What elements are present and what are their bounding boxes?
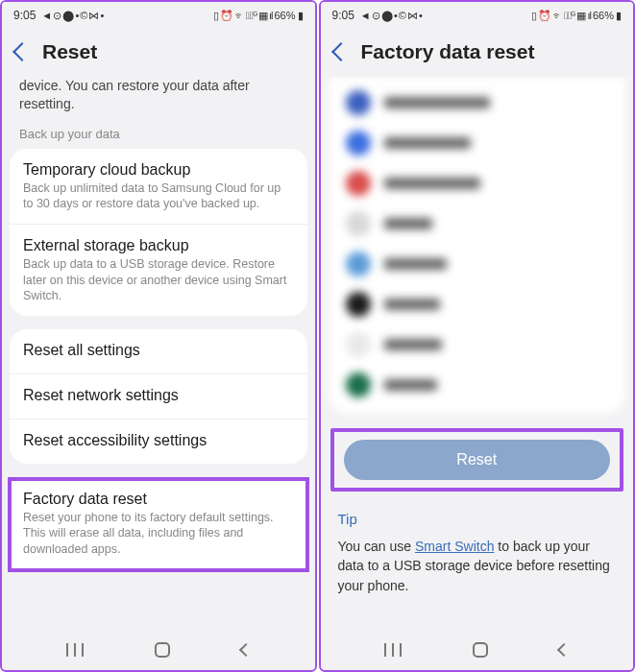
tip-text: You can use Smart Switch to back up your… [338,537,617,595]
item-reset-all-settings[interactable]: Reset all settings [10,329,307,374]
status-time: 9:05 [332,9,354,22]
status-notification-icons: ◄ ⊙ ⬤ • © ⋈ • [360,10,422,22]
app-row [329,123,626,163]
app-row [329,204,626,244]
reset-options-card: Reset all settings Reset network setting… [10,329,307,464]
page-title: Factory data reset [361,40,535,63]
item-title: Temporary cloud backup [23,161,294,179]
phone-right-factory-reset: 9:05 ◄ ⊙ ⬤ • © ⋈ • ▯ ⏰ ᯤ ⁴ͫᴳ ▦ ıl 66% ▮ … [319,0,636,672]
status-bar: 9:05 ◄ ⊙ ⬤ • © ⋈ • ▯ ⏰ ᯤ ⁴ͫᴳ ▦ ıl 66% ▮ [321,2,634,29]
item-reset-network-settings[interactable]: Reset network settings [10,374,307,420]
smart-switch-link[interactable]: Smart Switch [415,539,494,554]
item-external-backup[interactable]: External storage backup Back up data to … [10,225,307,316]
nav-home-icon[interactable] [473,642,488,658]
back-icon[interactable] [331,42,351,61]
app-icon [346,90,371,115]
nav-home-icon[interactable] [155,642,170,658]
app-row [329,244,626,284]
app-list-blurred [329,77,626,413]
item-title: Factory data reset [23,491,294,508]
tip-text-pre: You can use [338,539,415,554]
app-name-blurred [384,339,442,350]
reset-button-highlight: Reset [330,428,624,492]
reset-button[interactable]: Reset [344,440,611,480]
app-icon [346,332,371,357]
tip-section: Tip You can use Smart Switch to back up … [321,492,634,595]
app-icon [346,211,371,236]
item-title: Reset all settings [23,342,294,359]
nav-recents-icon[interactable] [66,643,84,657]
app-name-blurred [384,97,490,108]
item-factory-data-reset[interactable]: Factory data reset Reset your phone to i… [8,477,309,572]
item-title: External storage backup [23,237,294,254]
battery-icon: ▮ [298,10,304,22]
status-system-icons: ▯ ⏰ ᯤ ⁴ͫᴳ ▦ ıl [531,10,591,22]
item-desc: Back up unlimited data to Samsung Cloud … [23,180,294,212]
item-desc: Back up data to a USB storage device. Re… [23,256,294,303]
app-icon [346,292,371,317]
app-name-blurred [384,258,447,270]
nav-bar [321,630,634,670]
tip-label: Tip [338,511,617,527]
item-desc: Reset your phone to its factory default … [23,510,294,557]
battery-percent: 66% [593,10,614,21]
app-name-blurred [384,299,440,310]
app-row [329,163,626,204]
app-name-blurred [384,379,437,391]
status-time: 9:05 [13,9,36,22]
app-name-blurred [384,178,480,189]
battery-percent: 66% [274,10,295,21]
app-row [329,365,626,405]
status-bar: 9:05 ◄ ⊙ ⬤ • © ⋈ • ▯ ⏰ ᯤ ⁴ͫᴳ ▦ ıl 66% ▮ [2,2,315,29]
page-header: Factory data reset [321,29,634,77]
app-icon [346,372,371,397]
item-temp-cloud-backup[interactable]: Temporary cloud backup Back up unlimited… [10,149,307,226]
phone-left-reset-settings: 9:05 ◄ ⊙ ⬤ • © ⋈ • ▯ ⏰ ᯤ ⁴ͫᴳ ▦ ıl 66% ▮ … [0,0,317,672]
backup-card: Temporary cloud backup Back up unlimited… [10,149,307,316]
page-title: Reset [42,40,97,63]
status-notification-icons: ◄ ⊙ ⬤ • © ⋈ • [41,10,103,22]
app-icon [346,131,371,156]
app-icon [346,252,371,276]
status-system-icons: ▯ ⏰ ᯤ ⁴ͫᴳ ▦ ıl [213,10,273,22]
item-reset-accessibility-settings[interactable]: Reset accessibility settings [10,420,307,464]
back-icon[interactable] [12,42,32,61]
nav-back-icon[interactable] [557,643,571,657]
app-name-blurred [384,218,432,229]
nav-bar [2,630,315,670]
page-header: Reset [2,29,315,77]
app-icon [346,171,371,196]
section-label-backup: Back up your data [2,121,315,149]
item-title: Reset accessibility settings [23,432,294,449]
nav-back-icon[interactable] [238,643,252,657]
item-title: Reset network settings [23,387,294,404]
intro-text: device. You can restore your data after … [2,77,315,121]
app-row [329,83,626,123]
battery-icon: ▮ [616,10,622,22]
nav-recents-icon[interactable] [384,643,402,657]
app-name-blurred [384,137,471,149]
app-row [329,324,626,365]
app-row [329,284,626,324]
